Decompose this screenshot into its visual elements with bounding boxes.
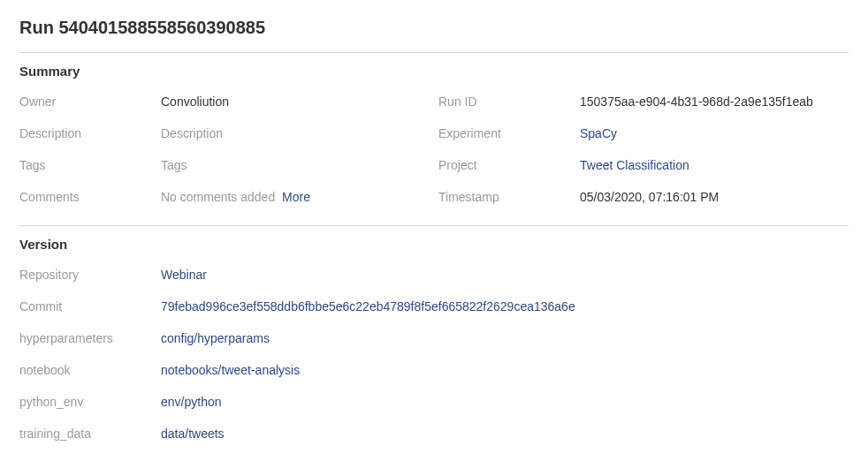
tags-label: Tags (19, 158, 152, 172)
commit-label: Commit (19, 299, 152, 314)
python-env-link[interactable]: env/python (161, 395, 849, 409)
owner-value: Convoliution (161, 94, 430, 109)
repository-link[interactable]: Webinar (161, 268, 849, 282)
tags-placeholder[interactable]: Tags (161, 158, 430, 172)
comments-more-link[interactable]: More (282, 190, 310, 204)
summary-grid: Owner Convoliution Run ID 150375aa-e904-… (19, 94, 849, 204)
divider (19, 52, 849, 53)
version-heading: Version (19, 237, 849, 252)
project-link[interactable]: Tweet Classification (580, 158, 849, 172)
repository-label: Repository (19, 268, 152, 282)
hyperparameters-link[interactable]: config/hyperparams (161, 331, 849, 345)
training-data-label: training_data (19, 427, 152, 441)
experiment-label: Experiment (438, 126, 571, 140)
page-title: Run 540401588558560390885 (19, 18, 849, 38)
notebook-link[interactable]: notebooks/tweet-analysis (161, 363, 849, 377)
summary-heading: Summary (19, 64, 849, 79)
comments-cell: No comments added More (161, 190, 430, 204)
hyperparameters-label: hyperparameters (19, 331, 152, 345)
divider (19, 225, 849, 226)
runid-label: Run ID (438, 94, 571, 109)
experiment-link[interactable]: SpaCy (580, 126, 849, 140)
comments-value: No comments added (161, 190, 275, 204)
runid-value: 150375aa-e904-4b31-968d-2a9e135f1eab (580, 94, 849, 109)
commit-link[interactable]: 79febad996ce3ef558ddb6fbbe5e6c22eb4789f8… (161, 299, 849, 314)
description-placeholder[interactable]: Description (161, 126, 430, 140)
timestamp-value: 05/03/2020, 07:16:01 PM (580, 190, 849, 204)
python-env-label: python_env (19, 395, 152, 409)
description-label: Description (19, 126, 152, 140)
project-label: Project (438, 158, 571, 172)
timestamp-label: Timestamp (438, 190, 571, 204)
notebook-label: notebook (19, 363, 152, 377)
training-data-link[interactable]: data/tweets (161, 427, 849, 441)
version-grid: Repository Webinar Commit 79febad996ce3e… (19, 268, 849, 441)
run-details-page: Run 540401588558560390885 Summary Owner … (0, 0, 868, 458)
owner-label: Owner (19, 94, 152, 109)
comments-label: Comments (19, 190, 152, 204)
